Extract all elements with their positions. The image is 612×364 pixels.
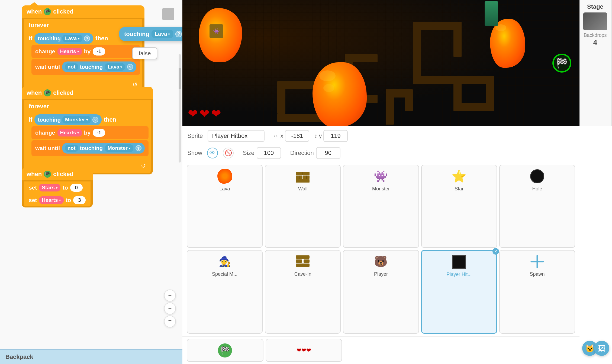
sprite-thumb-star[interactable]: ⭐ Star xyxy=(421,165,497,248)
delete-badge[interactable]: ✕ xyxy=(492,248,499,255)
change-hearts-block-2[interactable]: change Hearts ▾ by -1 xyxy=(31,126,149,139)
change-label-2: change xyxy=(35,129,55,136)
stage-panel-label: Stage xyxy=(587,3,603,10)
sprite-name-input[interactable] xyxy=(208,130,265,142)
sprite-thumb-lava[interactable]: Lava xyxy=(187,165,263,248)
backpack-bar[interactable]: Backpack xyxy=(0,349,182,364)
hearts-value-3: 3 xyxy=(73,196,86,204)
wait-until-block-2[interactable]: wait until not touching Monster ▾ ? xyxy=(31,140,149,156)
sprite-thumb-hole[interactable]: Hole xyxy=(499,165,575,248)
block-group-monster[interactable]: when 🏴 clicked forever if touching Monst… xyxy=(22,87,153,174)
set-hearts-block[interactable]: set Hearts ▾ to 3 xyxy=(22,194,93,207)
special-sprite-label: Special M... xyxy=(212,271,237,277)
y-label: y xyxy=(319,132,322,139)
svg-rect-24 xyxy=(296,179,310,183)
floating-touching-block[interactable]: touching Lava ▾ ? xyxy=(119,27,182,41)
sprite-thumb-cave[interactable]: Cave-In xyxy=(265,250,341,334)
lava-blob-3 xyxy=(490,19,525,68)
teal-item xyxy=(485,1,498,26)
show-hidden-button[interactable]: 🚫 xyxy=(223,148,234,158)
sprite-thumb-special[interactable]: 🧙 Special M... xyxy=(187,250,263,334)
forever-label-1: forever xyxy=(29,22,49,29)
hole-sprite-label: Hole xyxy=(532,186,542,192)
zoom-in-button[interactable]: + xyxy=(164,290,176,301)
lava-sprite-icon xyxy=(215,167,234,185)
rock-texture xyxy=(182,0,579,126)
sprite-thumb-spawn[interactable]: Spawn xyxy=(499,250,575,334)
when-label-2: when xyxy=(27,89,42,96)
code-panel: when 🏴 clicked forever if touching Lava … xyxy=(0,0,182,364)
cave-sprite-icon xyxy=(293,253,312,270)
stage-thumbnail[interactable] xyxy=(583,12,607,30)
x-label: x xyxy=(280,132,283,139)
scroll-thumb[interactable] xyxy=(179,68,181,89)
x-input[interactable] xyxy=(285,130,309,142)
block-group-setvars[interactable]: when 🏴 clicked set Stars ▾ to 0 set xyxy=(22,168,93,207)
x-coord-group: ↔ x xyxy=(273,130,309,142)
y-input[interactable] xyxy=(323,130,348,142)
stage-canvas[interactable]: 👾 🏁 ❤ ❤ ❤ xyxy=(182,0,579,126)
question-2: ? xyxy=(92,117,98,123)
svg-rect-31 xyxy=(296,264,310,267)
by-label-1: by xyxy=(84,48,91,55)
add-stage-button[interactable]: 🖼 xyxy=(594,341,609,356)
if-label-1: if xyxy=(29,35,32,42)
bottom-sprite-row: 🏁 ❤❤❤ xyxy=(182,336,579,364)
add-buttons-area: 🐱 🖼 xyxy=(579,126,612,364)
not-label-1: not xyxy=(67,64,76,70)
scrollbar[interactable] xyxy=(179,54,181,162)
change-hearts-block-1[interactable]: change Hearts ▾ by -1 xyxy=(31,45,140,58)
hole-sprite-icon xyxy=(528,167,547,185)
size-input[interactable] xyxy=(257,147,281,159)
question-1: ? xyxy=(84,35,90,41)
direction-label: Direction xyxy=(290,150,314,157)
backdrops-count: 4 xyxy=(593,38,597,47)
heart-1: ❤ xyxy=(188,107,198,121)
show-visible-button[interactable]: 👁 xyxy=(207,148,218,158)
block-group-lava[interactable]: when 🏴 clicked forever if touching Lava … xyxy=(22,5,144,93)
x-icon: ↔ xyxy=(273,132,279,139)
sprite-grid: Lava Wall xyxy=(182,162,579,336)
then-label-1: then xyxy=(95,35,108,42)
zoom-out-button[interactable]: − xyxy=(164,303,176,314)
sprite-thumb-wall[interactable]: Wall xyxy=(265,165,341,248)
to-label-3a: to xyxy=(63,184,68,191)
spawn-sprite-label: Spawn xyxy=(530,271,545,277)
heart-3: ❤ xyxy=(211,107,221,121)
sprite-thumb-flag[interactable]: 🏁 xyxy=(187,339,263,362)
touching-label-2b: touching xyxy=(80,145,103,151)
player-sprite-label: Player xyxy=(374,271,388,277)
floating-false-block: false xyxy=(132,47,157,59)
then-label-2: then xyxy=(104,116,116,123)
stage-area: 👾 🏁 ❤ ❤ ❤ Stage xyxy=(182,0,612,126)
when-label-3: when xyxy=(27,171,42,178)
size-label: Size xyxy=(243,150,255,157)
svg-rect-30 xyxy=(304,259,310,263)
touching-label-2: touching xyxy=(38,117,60,123)
floating-question: ? xyxy=(175,31,182,37)
touching-monster-block[interactable]: touching Monster ▾ ? xyxy=(34,114,101,125)
stars-value-3: 0 xyxy=(70,184,83,192)
sprite-thumb-hearts[interactable]: ❤❤❤ xyxy=(266,339,342,362)
heart-2: ❤ xyxy=(199,107,210,121)
if-label-2: if xyxy=(29,116,32,123)
direction-input[interactable] xyxy=(316,147,340,159)
by-value-1: -1 xyxy=(93,47,105,56)
not-label-2: not xyxy=(67,145,76,151)
set-stars-block[interactable]: set Stars ▾ to 0 xyxy=(22,181,93,194)
zoom-fit-button[interactable]: = xyxy=(164,316,176,327)
size-group: Size xyxy=(243,147,281,159)
flag-icon-1: 🏴 xyxy=(44,8,51,15)
y-coord-group: ↕ y xyxy=(314,130,348,142)
sprite-info-row: Sprite ↔ x ↕ y xyxy=(182,126,579,144)
sprite-thumb-playerhit[interactable]: ✕ Player Hit... xyxy=(421,250,497,334)
sprite-thumb-player[interactable]: 🐻 Player xyxy=(343,250,419,334)
wait-until-block-1[interactable]: wait until not touching Lava ▾ ? xyxy=(31,59,140,75)
sprite-thumb-monster[interactable]: 👾 Monster xyxy=(343,165,419,248)
touching-lava-block[interactable]: touching Lava ▾ ? xyxy=(34,33,93,44)
touching-label-1b: touching xyxy=(80,64,103,70)
set-label-3a: set xyxy=(29,184,37,191)
lava-blob-1: 👾 xyxy=(199,8,242,62)
when-label-1: when xyxy=(27,8,42,15)
wait-label-2: wait until xyxy=(35,145,60,151)
